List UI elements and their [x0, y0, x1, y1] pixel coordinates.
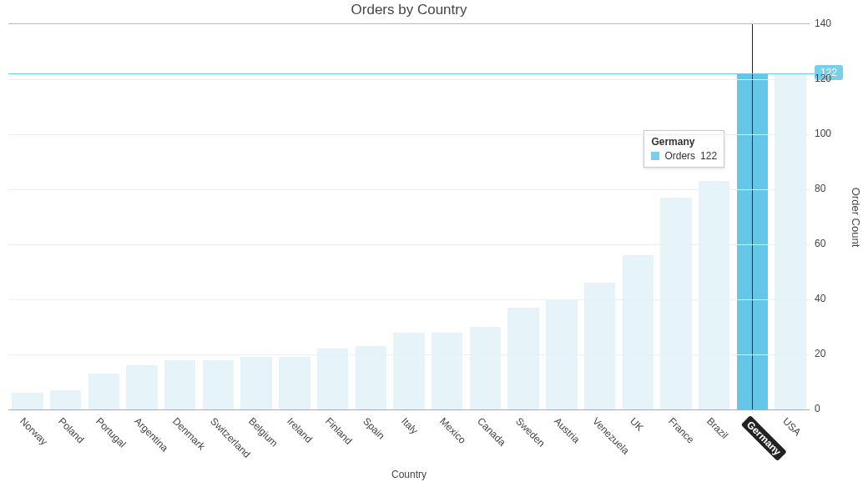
- y-tick-label: 100: [815, 128, 831, 139]
- plot-area[interactable]: Germany Orders 122: [8, 23, 810, 410]
- x-tick-label: Venezuela: [590, 415, 632, 457]
- x-tick-label: Ireland: [285, 415, 315, 445]
- bar-switzerland[interactable]: [203, 360, 234, 409]
- x-tick-label: UK: [628, 415, 646, 434]
- bar-sweden[interactable]: [507, 308, 538, 409]
- x-tick-label: Belgium: [246, 415, 280, 449]
- bar-usa[interactable]: [775, 73, 805, 409]
- bar-portugal[interactable]: [88, 374, 119, 409]
- tooltip-header: Germany: [651, 136, 717, 148]
- x-tick-label: Mexico: [437, 415, 468, 446]
- chart-title: Orders by Country: [0, 2, 818, 18]
- y-axis: 020406080100120140: [815, 23, 848, 410]
- x-tick-label: Spain: [361, 415, 387, 442]
- x-axis-labels: NorwayPolandPortugalArgentinaDenmarkSwit…: [8, 412, 810, 462]
- x-tick-label: Finland: [323, 415, 355, 447]
- tooltip-series-label: Orders: [664, 150, 695, 162]
- y-tick-label: 80: [815, 183, 825, 194]
- bar-denmark[interactable]: [164, 360, 195, 409]
- y-tick-label: 40: [815, 293, 825, 304]
- bar-norway[interactable]: [12, 393, 43, 409]
- bar-poland[interactable]: [50, 390, 81, 409]
- bar-mexico[interactable]: [431, 333, 462, 409]
- x-tick-label: Portugal: [93, 415, 129, 450]
- tooltip-swatch: [651, 152, 659, 160]
- x-tick-label: Canada: [476, 415, 509, 449]
- x-tick-label: Italy: [399, 415, 420, 436]
- bar-argentina[interactable]: [126, 365, 157, 409]
- y-tick-label: 140: [815, 18, 831, 29]
- orders-by-country-chart: Orders by Country Germany Orders 122 122…: [0, 0, 868, 487]
- bar-brazil[interactable]: [699, 181, 729, 409]
- bar-finland[interactable]: [317, 349, 348, 409]
- x-tick-label: Argentina: [132, 415, 170, 454]
- bar-uk[interactable]: [623, 255, 654, 409]
- x-tick-label: Norway: [18, 415, 50, 448]
- tooltip: Germany Orders 122: [643, 130, 724, 168]
- bar-france[interactable]: [660, 198, 691, 409]
- x-axis-title: Country: [8, 469, 810, 480]
- bar-canada[interactable]: [470, 327, 501, 409]
- x-tick-label: France: [666, 415, 696, 445]
- y-tick-label: 60: [815, 238, 825, 249]
- crosshair-vertical: [752, 24, 753, 409]
- bar-spain[interactable]: [356, 346, 386, 409]
- bar-ireland[interactable]: [279, 357, 310, 409]
- crosshair-horizontal: [8, 73, 835, 74]
- bar-group: [8, 24, 810, 409]
- x-tick-label: Brazil: [704, 415, 730, 441]
- x-tick-label: Denmark: [170, 415, 207, 452]
- bar-venezuela[interactable]: [584, 283, 615, 409]
- x-tick-label: Austria: [552, 415, 582, 445]
- y-tick-label: 20: [815, 348, 825, 359]
- bar-belgium[interactable]: [240, 357, 271, 409]
- x-tick-label: USA: [780, 415, 803, 438]
- x-tick-label: Poland: [56, 415, 86, 445]
- bar-italy[interactable]: [393, 333, 424, 409]
- y-tick-label: 0: [815, 403, 820, 414]
- y-axis-title: Order Count: [848, 23, 865, 410]
- y-tick-label: 120: [815, 73, 831, 84]
- tooltip-value: 122: [700, 150, 717, 162]
- x-tick-label: Sweden: [513, 415, 548, 449]
